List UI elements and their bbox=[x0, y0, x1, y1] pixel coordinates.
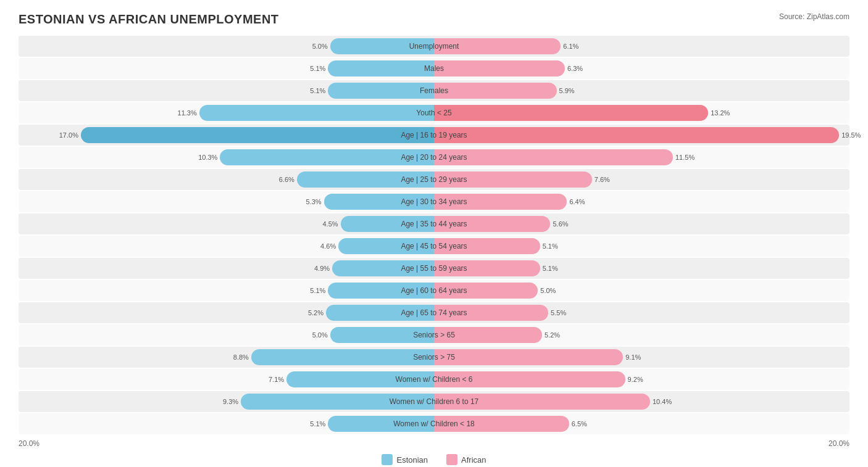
bar-val-african: 6.4% bbox=[569, 198, 585, 205]
bar-val-african: 6.1% bbox=[563, 43, 578, 50]
bar-val-estonian: 5.1% bbox=[310, 287, 325, 294]
bar-val-african: 5.9% bbox=[559, 87, 575, 94]
bar-val-estonian: 5.1% bbox=[310, 65, 325, 72]
chart-bars-wrapper: Unemployment5.0%6.1%Males5.1%6.3%Females… bbox=[19, 36, 849, 434]
bar-label: Age | 45 to 54 years bbox=[401, 242, 467, 250]
bar-val-estonian: 5.1% bbox=[310, 420, 325, 428]
bar-label: Age | 35 to 44 years bbox=[401, 220, 467, 228]
bar-label: Age | 30 to 34 years bbox=[401, 197, 467, 206]
bar-val-estonian: 4.9% bbox=[314, 265, 330, 272]
bar-row: Age | 25 to 29 years6.6%7.6% bbox=[19, 169, 849, 190]
bar-val-estonian: 5.0% bbox=[312, 331, 328, 339]
chart-header: ESTONIAN VS AFRICAN UNEMPLOYMENT Source:… bbox=[19, 12, 849, 27]
bar-val-estonian: 10.3% bbox=[198, 154, 217, 161]
bar-african bbox=[434, 149, 673, 165]
bar-val-african: 9.2% bbox=[628, 376, 643, 383]
bar-row: Age | 35 to 44 years4.5%5.6% bbox=[19, 213, 849, 234]
bar-row: Women w/ Children < 185.1%6.5% bbox=[19, 413, 849, 434]
chart-title: ESTONIAN VS AFRICAN UNEMPLOYMENT bbox=[19, 12, 279, 27]
legend-estonian-label: Estonian bbox=[396, 455, 428, 465]
axis-labels: 20.0% 20.0% bbox=[19, 439, 849, 448]
bar-estonian bbox=[251, 349, 434, 365]
bar-val-african: 6.5% bbox=[572, 420, 587, 428]
legend-african: African bbox=[446, 454, 486, 465]
bar-val-african: 5.2% bbox=[545, 331, 560, 339]
axis-right-label: 20.0% bbox=[828, 439, 849, 448]
bar-label: Women w/ Children < 6 bbox=[396, 375, 473, 384]
legend-african-label: African bbox=[461, 455, 486, 465]
bar-val-african: 5.1% bbox=[543, 265, 558, 272]
chart-container: ESTONIAN VS AFRICAN UNEMPLOYMENT Source:… bbox=[0, 0, 868, 467]
bar-val-estonian: 6.6% bbox=[279, 176, 294, 183]
bar-val-estonian: 8.8% bbox=[233, 353, 249, 361]
bar-label: Women w/ Children < 18 bbox=[393, 419, 475, 428]
bar-row: Unemployment5.0%6.1% bbox=[19, 36, 849, 57]
bar-val-african: 10.4% bbox=[653, 398, 672, 405]
bar-val-estonian: 5.2% bbox=[308, 309, 323, 316]
bar-val-estonian: 5.0% bbox=[312, 43, 328, 50]
bar-estonian bbox=[199, 105, 434, 121]
bar-estonian bbox=[328, 83, 434, 99]
bar-row: Age | 60 to 64 years5.1%5.0% bbox=[19, 280, 849, 301]
bar-row: Age | 55 to 59 years4.9%5.1% bbox=[19, 258, 849, 279]
bar-val-african: 5.1% bbox=[543, 242, 558, 250]
bar-row: Youth < 2511.3%13.2% bbox=[19, 102, 849, 123]
bar-row: Age | 30 to 34 years5.3%6.4% bbox=[19, 191, 849, 212]
bar-val-african: 9.1% bbox=[625, 353, 641, 361]
legend-african-box bbox=[446, 454, 457, 465]
bar-row: Seniors > 758.8%9.1% bbox=[19, 347, 849, 368]
bar-african bbox=[434, 60, 565, 76]
bar-val-african: 19.5% bbox=[841, 131, 861, 139]
bar-label: Age | 25 to 29 years bbox=[401, 175, 467, 184]
bar-african bbox=[434, 349, 623, 365]
legend-estonian-box bbox=[382, 454, 393, 465]
bar-row: Age | 45 to 54 years4.6%5.1% bbox=[19, 236, 849, 257]
bar-row: Women w/ Children < 67.1%9.2% bbox=[19, 369, 849, 390]
bar-val-estonian: 17.0% bbox=[59, 131, 78, 139]
bar-label: Age | 16 to 19 years bbox=[401, 131, 467, 139]
bar-label: Seniors > 65 bbox=[413, 331, 455, 339]
bar-label: Age | 55 to 59 years bbox=[401, 264, 467, 273]
bar-val-estonian: 11.3% bbox=[178, 109, 197, 117]
bar-row: Age | 65 to 74 years5.2%5.5% bbox=[19, 302, 849, 323]
bar-label: Age | 65 to 74 years bbox=[401, 308, 467, 317]
bar-row: Males5.1%6.3% bbox=[19, 58, 849, 79]
bar-val-african: 7.6% bbox=[595, 176, 610, 183]
bar-label: Females bbox=[420, 86, 448, 95]
bar-val-african: 5.0% bbox=[540, 287, 556, 294]
bar-african bbox=[434, 127, 839, 143]
bar-row: Age | 16 to 19 years17.0%19.5% bbox=[19, 125, 849, 146]
bar-val-estonian: 9.3% bbox=[223, 398, 238, 405]
bar-val-estonian: 5.3% bbox=[306, 198, 322, 205]
bar-val-estonian: 4.5% bbox=[322, 220, 338, 228]
bar-label: Males bbox=[424, 64, 444, 73]
chart-source: Source: ZipAtlas.com bbox=[779, 12, 849, 21]
bar-val-estonian: 4.6% bbox=[320, 242, 336, 250]
bar-label: Age | 60 to 64 years bbox=[401, 286, 467, 295]
bar-row: Seniors > 655.0%5.2% bbox=[19, 324, 849, 345]
bar-label: Women w/ Children 6 to 17 bbox=[390, 397, 479, 406]
bar-val-african: 11.5% bbox=[675, 154, 695, 161]
bar-row: Women w/ Children 6 to 179.3%10.4% bbox=[19, 391, 849, 412]
bar-african bbox=[434, 83, 557, 99]
bar-label: Youth < 25 bbox=[416, 109, 451, 117]
bar-val-estonian: 7.1% bbox=[269, 376, 284, 383]
bar-val-african: 13.2% bbox=[711, 109, 730, 117]
legend-estonian: Estonian bbox=[382, 454, 428, 465]
bar-row: Females5.1%5.9% bbox=[19, 80, 849, 101]
bar-estonian bbox=[328, 60, 434, 76]
bar-label: Age | 20 to 24 years bbox=[401, 153, 467, 162]
bar-african bbox=[434, 105, 708, 121]
legend: Estonian African bbox=[19, 454, 849, 465]
bar-row: Age | 20 to 24 years10.3%11.5% bbox=[19, 147, 849, 168]
axis-left-label: 20.0% bbox=[19, 439, 40, 448]
bar-estonian bbox=[81, 127, 434, 143]
bar-label: Unemployment bbox=[409, 42, 459, 51]
bar-label: Seniors > 75 bbox=[413, 353, 455, 362]
bar-val-african: 6.3% bbox=[567, 65, 583, 72]
bar-val-estonian: 5.1% bbox=[310, 87, 325, 94]
bar-val-african: 5.6% bbox=[553, 220, 568, 228]
bar-val-african: 5.5% bbox=[551, 309, 566, 316]
